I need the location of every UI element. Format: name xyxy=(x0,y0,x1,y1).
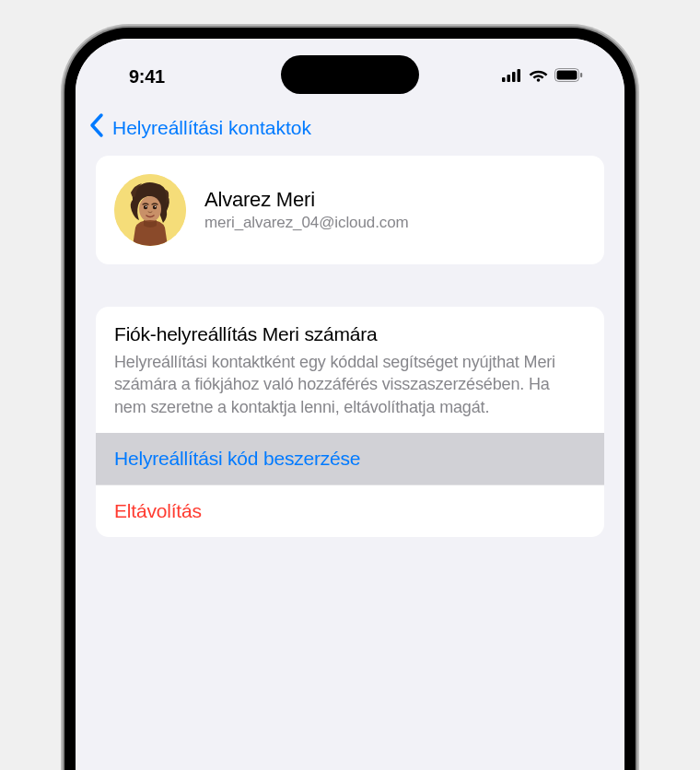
nav-back-label[interactable]: Helyreállítási kontaktok xyxy=(112,117,311,139)
remove-button[interactable]: Eltávolítás xyxy=(96,484,604,537)
svg-point-4 xyxy=(537,78,541,82)
svg-rect-3 xyxy=(518,69,521,82)
contact-info: Alvarez Meri meri_alvarez_04@icloud.com xyxy=(204,188,409,232)
recovery-card: Fiók-helyreállítás Meri számára Helyreál… xyxy=(96,307,604,537)
recovery-header: Fiók-helyreállítás Meri számára Helyreál… xyxy=(96,307,604,433)
avatar xyxy=(114,174,186,246)
status-icons xyxy=(502,68,583,86)
contact-name: Alvarez Meri xyxy=(204,188,409,212)
svg-rect-6 xyxy=(557,71,578,80)
get-recovery-code-button[interactable]: Helyreállítási kód beszerzése xyxy=(96,433,604,484)
svg-rect-7 xyxy=(580,73,582,77)
status-time: 9:41 xyxy=(129,66,165,88)
dynamic-island xyxy=(281,55,419,94)
svg-point-13 xyxy=(155,206,156,207)
svg-point-12 xyxy=(146,206,146,207)
contact-email: meri_alvarez_04@icloud.com xyxy=(204,214,409,232)
wifi-icon xyxy=(529,68,548,86)
recovery-title: Fiók-helyreállítás Meri számára xyxy=(114,323,586,345)
phone-frame: 9:41 xyxy=(64,28,636,770)
recovery-description: Helyreállítási kontaktként egy kóddal se… xyxy=(114,351,586,418)
svg-rect-2 xyxy=(512,72,516,82)
svg-rect-0 xyxy=(502,77,506,82)
contact-card: Alvarez Meri meri_alvarez_04@icloud.com xyxy=(96,156,604,264)
phone-screen: 9:41 xyxy=(76,39,624,770)
svg-point-11 xyxy=(153,205,157,209)
svg-rect-1 xyxy=(508,75,511,82)
nav-bar[interactable]: Helyreállítási kontaktok xyxy=(76,101,624,156)
back-chevron-icon[interactable] xyxy=(85,112,109,143)
svg-point-10 xyxy=(144,205,147,209)
battery-icon xyxy=(554,68,583,86)
cellular-icon xyxy=(502,69,522,86)
svg-point-9 xyxy=(139,196,161,222)
content-area: Alvarez Meri meri_alvarez_04@icloud.com … xyxy=(76,156,624,537)
